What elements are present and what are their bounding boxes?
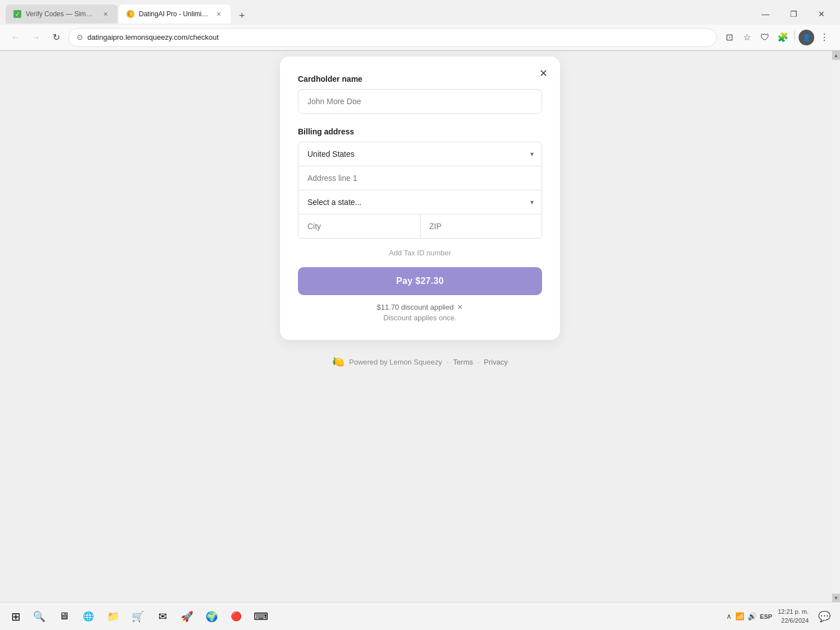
city-zip-row [298, 214, 542, 238]
new-tab-button[interactable]: + [234, 8, 250, 24]
add-tax-id-link[interactable]: Add Tax ID number [298, 249, 542, 257]
tab-1-favicon: ✓ [13, 10, 21, 18]
nav-actions: ⊡ ☆ 🛡 🧩 👤 ⋮ [721, 30, 832, 45]
cardholder-label: Cardholder name [298, 74, 542, 83]
discount-dismiss-button[interactable]: ✕ [457, 303, 463, 311]
tab-1-title: Verify Codes — SimplyCodes [26, 10, 96, 18]
network-icon: 📶 [735, 612, 744, 620]
discount-note: Discount applies once. [298, 314, 542, 322]
forward-button[interactable]: → [28, 30, 44, 45]
privacy-link[interactable]: Privacy [484, 358, 508, 366]
cardholder-name-input[interactable] [298, 89, 542, 114]
address-bar[interactable]: ⊙ datingaipro.lemonsqueezy.com/checkout [68, 28, 717, 47]
maximize-button[interactable]: ❐ [781, 6, 806, 22]
taskbar: ⊞ 🔍 🖥 🌐 📁 🛒 ✉ 🚀 🌍 🔴 ⌨ ∧ 📶 🔊 ESP 12:21 p.… [0, 602, 840, 630]
taskbar-edge-icon[interactable]: 🌐 [77, 606, 100, 627]
taskbar-app2-icon[interactable]: 🌍 [200, 606, 223, 627]
nav-bar: ← → ↻ ⊙ datingaipro.lemonsqueezy.com/che… [0, 25, 840, 50]
start-button[interactable]: ⊞ [6, 606, 26, 627]
profile-button[interactable]: 👤 [799, 30, 814, 45]
tab-1[interactable]: ✓ Verify Codes — SimplyCodes ✕ [6, 4, 118, 24]
taskbar-app1-icon[interactable]: 🚀 [176, 606, 198, 627]
tab-1-close[interactable]: ✕ [101, 10, 110, 18]
page-content: ▲ ▼ ✕ Cardholder name Billing address Un… [0, 51, 840, 603]
billing-fields: United States Canada United Kingdom Aust… [298, 142, 542, 239]
reload-button[interactable]: ↻ [48, 30, 64, 45]
security-icon: ⊙ [77, 33, 83, 41]
page-footer: 🍋 Powered by Lemon Squeezy · Terms · Pri… [332, 356, 507, 368]
taskbar-store-icon[interactable]: 🛒 [127, 606, 149, 627]
powered-by-text: Powered by Lemon Squeezy [349, 358, 442, 366]
state-select-wrapper: Select a state... Alabama Alaska Arizona… [298, 190, 542, 214]
pay-button[interactable]: Pay $27.30 [298, 267, 542, 295]
taskbar-right: ∧ 📶 🔊 ESP 12:21 p. m. 22/6/2024 💬 [726, 606, 834, 627]
lemon-squeezy-logo-icon: 🍋 [332, 356, 344, 368]
tab-bar: ✓ Verify Codes — SimplyCodes ✕ 🍋 DatingA… [6, 4, 250, 24]
footer-separator-2: · [477, 358, 479, 366]
menu-button[interactable]: ⋮ [816, 30, 832, 45]
window-controls: — ❐ ✕ [753, 6, 834, 22]
back-button[interactable]: ← [8, 30, 24, 45]
country-select-wrapper: United States Canada United Kingdom Aust… [298, 142, 542, 166]
zip-input[interactable] [421, 214, 542, 238]
browser-chrome: ✓ Verify Codes — SimplyCodes ✕ 🍋 DatingA… [0, 0, 840, 51]
taskbar-files-icon[interactable]: 📁 [102, 606, 124, 627]
country-select[interactable]: United States Canada United Kingdom Aust… [298, 142, 542, 166]
divider [794, 30, 795, 41]
scroll-up-button[interactable]: ▲ [832, 51, 840, 60]
taskbar-mail-icon[interactable]: ✉ [151, 606, 174, 627]
tab-2-favicon: 🍋 [127, 10, 134, 18]
address-line-row [298, 166, 542, 190]
taskbar-app3-icon[interactable]: 🔴 [225, 606, 248, 627]
close-button[interactable]: ✕ [809, 6, 834, 22]
footer-separator-1: · [446, 358, 449, 366]
modal-close-button[interactable]: ✕ [535, 66, 551, 81]
scroll-down-button[interactable]: ▼ [832, 594, 840, 603]
notification-button[interactable]: 💬 [814, 606, 834, 627]
state-select[interactable]: Select a state... Alabama Alaska Arizona… [298, 190, 542, 214]
discount-line: $11.70 discount applied ✕ [298, 303, 542, 311]
system-tray-expand[interactable]: ∧ [726, 612, 732, 620]
system-tray: ∧ 📶 🔊 ESP [726, 612, 772, 620]
taskbar-date-display: 22/6/2024 [778, 617, 809, 625]
discount-info: $11.70 discount applied ✕ Discount appli… [298, 303, 542, 322]
title-bar: ✓ Verify Codes — SimplyCodes ✕ 🍋 DatingA… [0, 0, 840, 25]
volume-icon: 🔊 [748, 612, 757, 620]
checkout-card: ✕ Cardholder name Billing address United… [280, 57, 560, 340]
language-badge[interactable]: ESP [760, 613, 772, 620]
billing-section: Billing address United States Canada Uni… [298, 127, 542, 239]
tab-2-title: DatingAI Pro - Unlimited Mont… [139, 10, 209, 18]
bookmark-button[interactable]: ☆ [739, 30, 755, 45]
tab-2-close[interactable]: ✕ [214, 10, 223, 18]
translate-button[interactable]: ⊡ [721, 30, 737, 45]
address-url: datingaipro.lemonsqueezy.com/checkout [87, 33, 708, 41]
taskbar-search-button[interactable]: 🔍 [28, 606, 50, 627]
tab-2[interactable]: 🍋 DatingAI Pro - Unlimited Mont… ✕ [119, 4, 231, 24]
address-line-input[interactable] [298, 166, 542, 190]
extensions-button[interactable]: 🧩 [775, 30, 791, 45]
scrollbar-track[interactable]: ▲ ▼ [832, 51, 840, 603]
taskbar-task-view[interactable]: 🖥 [53, 606, 75, 627]
discount-amount-text: $11.70 discount applied [377, 303, 454, 311]
billing-label: Billing address [298, 127, 542, 136]
shield-button[interactable]: 🛡 [757, 30, 773, 45]
terms-link[interactable]: Terms [453, 358, 473, 366]
taskbar-clock[interactable]: 12:21 p. m. 22/6/2024 [778, 608, 809, 625]
taskbar-app4-icon[interactable]: ⌨ [250, 606, 272, 627]
city-input[interactable] [298, 214, 421, 238]
taskbar-time-display: 12:21 p. m. [778, 608, 809, 616]
minimize-button[interactable]: — [753, 6, 778, 22]
